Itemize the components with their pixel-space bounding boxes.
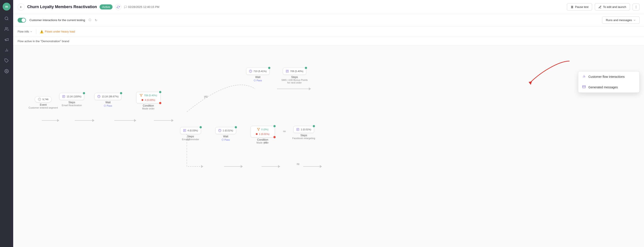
steps1-node-box[interactable]: 13.1K (100%)	[59, 93, 84, 100]
steps3-node-box[interactable]: 4 (0.03%)	[180, 127, 201, 134]
svg-marker-23	[201, 165, 203, 168]
sidebar-icon-megaphone[interactable]	[2, 35, 11, 44]
wait1-badge	[120, 92, 122, 94]
chart-bar-icon	[582, 74, 586, 79]
envelope-icon	[582, 85, 586, 90]
avatar[interactable]: m	[3, 3, 10, 10]
customer-interactions-toggle[interactable]	[18, 18, 26, 23]
wait2-node-box[interactable]: 710 (5.41%)	[246, 68, 270, 75]
dropdown-menu: Customer flow interactions Generated mes…	[578, 71, 640, 93]
wait3-node[interactable]: 1 (0.01%) Wait Pass	[216, 127, 236, 141]
svg-text:no: no	[297, 162, 299, 166]
flow-active-bar: Flow active in the "Demonstration" brand	[13, 37, 644, 46]
wait2-badge	[268, 66, 270, 69]
svg-marker-40	[140, 94, 142, 97]
svg-marker-16	[57, 119, 59, 122]
steps3-badge	[199, 126, 202, 128]
edit-launch-button[interactable]: To edit and launch	[595, 3, 630, 10]
red-arrow-annotation	[525, 57, 569, 83]
sidebar-icon-chart[interactable]	[2, 46, 11, 54]
condition2-node-box[interactable]: 0 (0%) 1 (0.01%)	[250, 126, 275, 137]
main-content: Churn Loyalty Members Reactivation Activ…	[13, 0, 644, 247]
condition1-badge-green	[159, 91, 162, 94]
divider	[36, 30, 36, 34]
steps4-badge	[312, 125, 315, 128]
svg-rect-8	[572, 6, 573, 8]
svg-marker-19	[172, 119, 174, 122]
steps1-badge	[83, 92, 85, 94]
wait3-node-box[interactable]: 1 (0.01%)	[216, 127, 236, 134]
condition1-node[interactable]: 709 (5.40%) 4 (0.03%) Condition Made ord…	[136, 92, 160, 110]
more-options-button[interactable]	[632, 4, 640, 10]
sidebar-icon-puzzle[interactable]	[2, 56, 11, 65]
svg-marker-25	[241, 165, 243, 168]
condition2-node[interactable]: 0 (0%) 1 (0.01%) Condition Made order no	[250, 126, 275, 144]
svg-point-6	[6, 71, 7, 72]
svg-marker-17	[92, 119, 94, 122]
dropdown-item-generated-messages[interactable]: Generated messages	[578, 82, 640, 92]
sidebar-icon-search[interactable]	[2, 14, 11, 23]
sub-header-label: Customer interactions for the current te…	[30, 18, 85, 22]
flow-active-text: Flow active in the "Demonstration" brand	[18, 40, 69, 43]
event-node-box[interactable]: 9,746	[35, 96, 52, 102]
svg-text:yes: yes	[204, 94, 208, 98]
wait2-pass: Pass	[254, 79, 262, 82]
flow-info-bar: Flow info ⚠️ Flows under heavy load	[13, 26, 644, 37]
wait3-pass: Pass	[222, 138, 230, 141]
timestamp: 02/28/2025 12:40:15 PM	[124, 5, 159, 8]
event-node[interactable]: 9,746 Event Customer entered segment	[28, 96, 58, 109]
svg-point-10	[636, 7, 636, 7]
sidebar-icon-gear[interactable]	[2, 67, 11, 76]
condition2-badge-green	[273, 125, 276, 128]
wait1-node[interactable]: 13.1K (99.67%) Wait Pass	[94, 93, 121, 107]
back-button[interactable]	[18, 4, 24, 10]
svg-point-11	[636, 8, 636, 8]
svg-point-9	[636, 6, 636, 6]
wait1-pass: Pass	[104, 104, 112, 107]
flow-info-button[interactable]: Flow info	[18, 30, 32, 33]
steps2-node[interactable]: 709 (5.40%) Steps SMS +100 Bonus Points …	[281, 68, 308, 84]
pause-test-button[interactable]: Pause test	[567, 3, 592, 10]
steps2-badge	[305, 66, 307, 69]
steps3-node[interactable]: 4 (0.03%) Steps Email Reminder	[180, 127, 201, 141]
svg-marker-30	[320, 165, 322, 168]
svg-point-0	[5, 17, 8, 20]
condition2-no-label: no	[283, 130, 286, 132]
svg-marker-27	[278, 165, 280, 168]
wait1-node-box[interactable]: 13.1K (99.67%)	[94, 93, 121, 100]
page-title: Churn Loyalty Members Reactivation	[27, 4, 97, 9]
steps4-node[interactable]: 1 (0.01%) Steps Facebook retargeting	[292, 126, 315, 140]
wait2-node[interactable]: 710 (5.41%) Wait Pass	[246, 68, 270, 82]
header: Churn Loyalty Members Reactivation Activ…	[13, 0, 644, 14]
svg-marker-61	[528, 81, 532, 85]
condition1-badge-red	[159, 102, 162, 104]
wait3-badge	[234, 126, 237, 128]
sub-header: Customer interactions for the current te…	[13, 14, 644, 26]
refresh-icon[interactable]: ↻	[95, 18, 97, 22]
condition2-badge-red	[273, 136, 276, 138]
steps1-node[interactable]: 13.1K (100%) Steps Email Reactivation	[59, 93, 84, 106]
steps4-node-box[interactable]: 1 (0.01%)	[294, 126, 314, 133]
svg-marker-53	[257, 128, 260, 131]
svg-point-1	[5, 28, 7, 29]
dropdown-item-customer-flow[interactable]: Customer flow interactions	[578, 72, 640, 82]
sync-icon[interactable]	[115, 4, 121, 10]
sidebar: m	[0, 0, 13, 247]
status-badge: Active	[100, 4, 112, 10]
svg-marker-18	[134, 119, 136, 122]
condition1-node-box[interactable]: 709 (5.40%) 4 (0.03%)	[136, 92, 160, 103]
connector-lines: yes yes no no	[13, 46, 644, 247]
sidebar-icon-users[interactable]	[2, 24, 11, 34]
runs-messages-button[interactable]: Runs and messages	[602, 16, 640, 24]
svg-marker-32	[309, 88, 311, 90]
canvas-area: yes yes no no	[13, 46, 644, 247]
svg-rect-7	[572, 6, 572, 8]
steps2-node-box[interactable]: 709 (5.40%)	[283, 68, 306, 75]
heavy-load-warning: ⚠️ Flows under heavy load	[40, 30, 75, 34]
info-icon[interactable]: ⓘ	[88, 18, 91, 22]
